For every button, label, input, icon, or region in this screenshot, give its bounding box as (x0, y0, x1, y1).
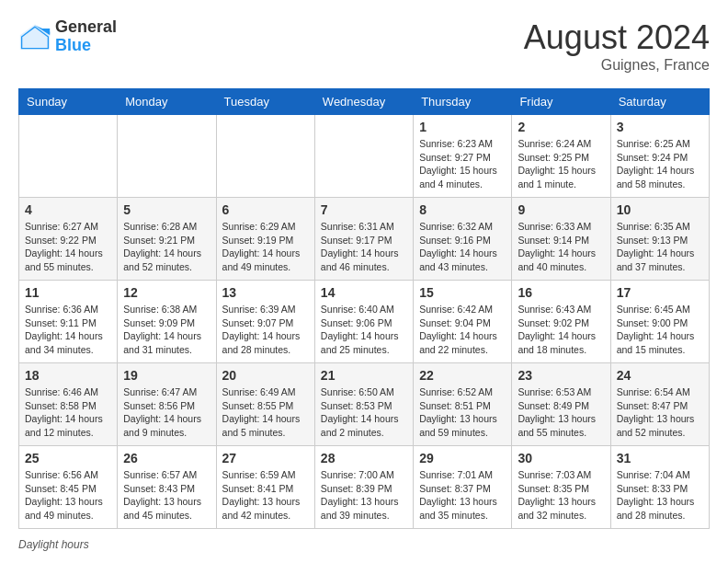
col-saturday: Saturday (610, 89, 709, 115)
day-cell-0-4: 1Sunrise: 6:23 AMSunset: 9:27 PMDaylight… (414, 115, 512, 198)
day-cell-0-3 (314, 115, 413, 198)
day-info: Sunrise: 6:24 AMSunset: 9:25 PMDaylight:… (518, 137, 604, 191)
week-row-2: 11Sunrise: 6:36 AMSunset: 9:11 PMDayligh… (19, 281, 710, 363)
day-info: Sunrise: 6:33 AMSunset: 9:14 PMDaylight:… (518, 220, 604, 274)
week-row-0: 1Sunrise: 6:23 AMSunset: 9:27 PMDaylight… (19, 115, 710, 198)
col-wednesday: Wednesday (314, 89, 413, 115)
day-cell-4-5: 30Sunrise: 7:03 AMSunset: 8:35 PMDayligh… (512, 446, 610, 529)
day-cell-3-1: 19Sunrise: 6:47 AMSunset: 8:56 PMDayligh… (118, 363, 216, 446)
day-number: 3 (617, 120, 703, 134)
day-number: 28 (321, 451, 407, 465)
day-cell-2-6: 17Sunrise: 6:45 AMSunset: 9:00 PMDayligh… (610, 281, 709, 363)
day-number: 26 (123, 451, 210, 465)
day-info: Sunrise: 6:23 AMSunset: 9:27 PMDaylight:… (419, 137, 506, 191)
day-number: 29 (419, 451, 506, 465)
day-info: Sunrise: 7:04 AMSunset: 8:33 PMDaylight:… (617, 468, 703, 523)
col-monday: Monday (118, 89, 216, 115)
col-sunday: Sunday (19, 89, 118, 115)
week-row-3: 18Sunrise: 6:46 AMSunset: 8:58 PMDayligh… (19, 363, 710, 446)
day-number: 17 (617, 285, 703, 300)
day-info: Sunrise: 6:47 AMSunset: 8:56 PMDaylight:… (123, 385, 210, 440)
day-number: 18 (25, 368, 111, 383)
day-info: Sunrise: 6:46 AMSunset: 8:58 PMDaylight:… (25, 385, 111, 440)
day-number: 5 (123, 202, 210, 217)
day-info: Sunrise: 6:38 AMSunset: 9:09 PMDaylight:… (123, 303, 210, 357)
day-number: 25 (25, 451, 111, 465)
day-cell-1-3: 7Sunrise: 6:31 AMSunset: 9:17 PMDaylight… (314, 198, 413, 281)
logo-text: General Blue (55, 18, 117, 55)
svg-marker-0 (20, 24, 50, 49)
day-cell-2-5: 16Sunrise: 6:43 AMSunset: 9:02 PMDayligh… (512, 281, 610, 363)
day-info: Sunrise: 6:43 AMSunset: 9:02 PMDaylight:… (518, 303, 604, 357)
day-info: Sunrise: 6:54 AMSunset: 8:47 PMDaylight:… (617, 385, 703, 440)
day-cell-3-3: 21Sunrise: 6:50 AMSunset: 8:53 PMDayligh… (314, 363, 413, 446)
page-header: General Blue August 2024 Guignes, France (18, 18, 710, 74)
day-info: Sunrise: 6:25 AMSunset: 9:24 PMDaylight:… (617, 137, 703, 191)
day-cell-2-3: 14Sunrise: 6:40 AMSunset: 9:06 PMDayligh… (314, 281, 413, 363)
day-cell-1-1: 5Sunrise: 6:28 AMSunset: 9:21 PMDaylight… (118, 198, 216, 281)
day-info: Sunrise: 6:53 AMSunset: 8:49 PMDaylight:… (518, 385, 604, 440)
day-info: Sunrise: 6:59 AMSunset: 8:41 PMDaylight:… (222, 468, 309, 523)
day-number: 12 (123, 285, 210, 300)
day-number: 30 (518, 451, 604, 465)
day-cell-3-5: 23Sunrise: 6:53 AMSunset: 8:49 PMDayligh… (512, 363, 610, 446)
day-number: 27 (222, 451, 309, 465)
day-number: 20 (222, 368, 309, 383)
day-number: 31 (617, 451, 703, 465)
day-number: 21 (321, 368, 407, 383)
day-number: 16 (518, 285, 604, 300)
calendar-header-row: Sunday Monday Tuesday Wednesday Thursday… (19, 89, 710, 115)
day-info: Sunrise: 7:01 AMSunset: 8:37 PMDaylight:… (419, 468, 506, 523)
week-row-1: 4Sunrise: 6:27 AMSunset: 9:22 PMDaylight… (19, 198, 710, 281)
day-cell-3-6: 24Sunrise: 6:54 AMSunset: 8:47 PMDayligh… (610, 363, 709, 446)
day-info: Sunrise: 6:29 AMSunset: 9:19 PMDaylight:… (222, 220, 309, 274)
day-info: Sunrise: 6:40 AMSunset: 9:06 PMDaylight:… (321, 303, 407, 357)
day-cell-4-1: 26Sunrise: 6:57 AMSunset: 8:43 PMDayligh… (118, 446, 216, 529)
day-number: 6 (222, 202, 309, 217)
week-row-4: 25Sunrise: 6:56 AMSunset: 8:45 PMDayligh… (19, 446, 710, 529)
day-cell-0-6: 3Sunrise: 6:25 AMSunset: 9:24 PMDaylight… (610, 115, 709, 198)
logo-general-text: General (55, 18, 117, 37)
day-number: 7 (321, 202, 407, 217)
day-cell-1-2: 6Sunrise: 6:29 AMSunset: 9:19 PMDaylight… (216, 198, 314, 281)
daylight-label: Daylight hours (18, 538, 89, 551)
day-info: Sunrise: 6:45 AMSunset: 9:00 PMDaylight:… (617, 303, 703, 357)
day-info: Sunrise: 6:56 AMSunset: 8:45 PMDaylight:… (25, 468, 111, 523)
day-info: Sunrise: 6:57 AMSunset: 8:43 PMDaylight:… (123, 468, 210, 523)
month-year: August 2024 (524, 18, 710, 57)
day-cell-1-0: 4Sunrise: 6:27 AMSunset: 9:22 PMDaylight… (19, 198, 118, 281)
day-cell-0-0 (19, 115, 118, 198)
day-cell-0-5: 2Sunrise: 6:24 AMSunset: 9:25 PMDaylight… (512, 115, 610, 198)
day-number: 4 (25, 202, 111, 217)
day-cell-4-4: 29Sunrise: 7:01 AMSunset: 8:37 PMDayligh… (414, 446, 512, 529)
day-cell-1-6: 10Sunrise: 6:35 AMSunset: 9:13 PMDayligh… (610, 198, 709, 281)
day-info: Sunrise: 6:42 AMSunset: 9:04 PMDaylight:… (419, 303, 506, 357)
day-cell-4-2: 27Sunrise: 6:59 AMSunset: 8:41 PMDayligh… (216, 446, 314, 529)
day-info: Sunrise: 6:27 AMSunset: 9:22 PMDaylight:… (25, 220, 111, 274)
day-cell-3-0: 18Sunrise: 6:46 AMSunset: 8:58 PMDayligh… (19, 363, 118, 446)
day-info: Sunrise: 7:03 AMSunset: 8:35 PMDaylight:… (518, 468, 604, 523)
day-info: Sunrise: 6:32 AMSunset: 9:16 PMDaylight:… (419, 220, 506, 274)
day-cell-0-2 (216, 115, 314, 198)
day-info: Sunrise: 6:31 AMSunset: 9:17 PMDaylight:… (321, 220, 407, 274)
col-friday: Friday (512, 89, 610, 115)
logo-icon (18, 20, 51, 53)
day-number: 15 (419, 285, 506, 300)
day-cell-1-4: 8Sunrise: 6:32 AMSunset: 9:16 PMDaylight… (414, 198, 512, 281)
day-number: 22 (419, 368, 506, 383)
day-cell-2-2: 13Sunrise: 6:39 AMSunset: 9:07 PMDayligh… (216, 281, 314, 363)
day-info: Sunrise: 6:49 AMSunset: 8:55 PMDaylight:… (222, 385, 309, 440)
calendar-table: Sunday Monday Tuesday Wednesday Thursday… (18, 88, 710, 529)
day-number: 2 (518, 120, 604, 134)
day-cell-0-1 (118, 115, 216, 198)
day-number: 11 (25, 285, 111, 300)
day-cell-4-0: 25Sunrise: 6:56 AMSunset: 8:45 PMDayligh… (19, 446, 118, 529)
col-thursday: Thursday (414, 89, 512, 115)
day-number: 9 (518, 202, 604, 217)
day-cell-3-4: 22Sunrise: 6:52 AMSunset: 8:51 PMDayligh… (414, 363, 512, 446)
logo-blue-text: Blue (55, 37, 117, 55)
location: Guignes, France (524, 57, 710, 74)
day-number: 10 (617, 202, 703, 217)
day-number: 14 (321, 285, 407, 300)
day-cell-2-1: 12Sunrise: 6:38 AMSunset: 9:09 PMDayligh… (118, 281, 216, 363)
